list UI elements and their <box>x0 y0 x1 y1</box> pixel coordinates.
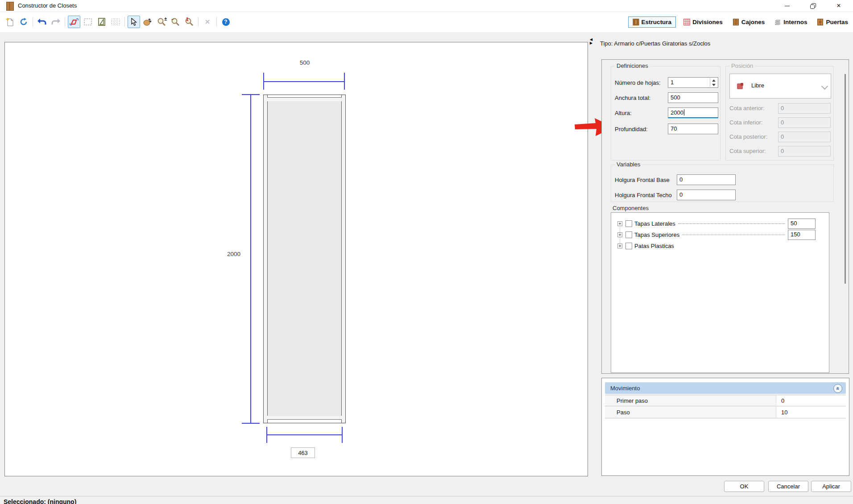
tab-puertas[interactable]: Puertas <box>815 17 850 28</box>
status-text: Seleccionado: (ninguno) <box>4 498 76 504</box>
holgura-base-value: 0 <box>679 176 683 183</box>
tab-divisiones[interactable]: Divisiones <box>681 17 725 28</box>
help-button[interactable]: ? <box>219 16 232 28</box>
shape-edit-tool-button[interactable] <box>68 16 80 28</box>
dimension-bottom-value: 463 <box>298 450 308 456</box>
apply-button[interactable]: Aplicar <box>811 481 851 492</box>
movimiento-title: Movimiento <box>610 385 640 392</box>
paso-label: Paso <box>617 409 630 416</box>
dimension-line-top <box>263 81 345 82</box>
expand-icon[interactable]: + <box>617 232 622 237</box>
dotted-leader <box>682 235 785 235</box>
cabinet-interior <box>268 101 341 416</box>
profundidad-label: Profundidad: <box>615 126 648 132</box>
zoom-dynamic-button[interactable]: ± <box>155 16 168 28</box>
cabinet-type-label: Tipo: Armario c/Puertas Giratorias s/Zoc… <box>600 40 710 47</box>
posicion-combo-value: Libre <box>751 82 764 89</box>
holgura-base-input[interactable]: 0 <box>677 174 736 185</box>
spinner-up-button[interactable] <box>710 78 717 83</box>
expand-icon[interactable]: + <box>617 221 622 226</box>
altura-label: Altura: <box>615 110 632 116</box>
title-bar: Constructor de Closets × <box>0 0 853 12</box>
tapas-laterales-input[interactable]: 50 <box>788 219 816 229</box>
dimension-bottom-input[interactable]: 463 <box>291 447 315 458</box>
tab-internos[interactable]: Internos <box>772 17 809 28</box>
zoom-actual-button[interactable]: 1 <box>183 16 195 28</box>
marquee-select-button[interactable] <box>82 16 94 28</box>
cabinet-drawing[interactable] <box>263 95 346 423</box>
door-tool-icon <box>98 18 105 26</box>
refresh-button[interactable] <box>17 16 30 28</box>
toolbar-separator <box>65 17 65 27</box>
undo-button[interactable] <box>36 16 48 28</box>
tapas-laterales-label: Tapas Laterales <box>634 220 675 227</box>
delete-button[interactable]: × <box>201 16 214 28</box>
redo-button[interactable] <box>50 16 62 28</box>
cota-superior-input: 0 <box>778 146 831 157</box>
dimension-top-label: 500 <box>289 59 320 66</box>
definiciones-group: Definiciones Número de hojas: 1 Anchura … <box>611 66 720 161</box>
patas-plasticas-checkbox[interactable] <box>625 243 632 249</box>
grid-tool-button[interactable] <box>109 16 122 28</box>
numero-hojas-spinner[interactable] <box>710 78 717 87</box>
cancel-button[interactable]: Cancelar <box>768 481 808 492</box>
door-tool-button[interactable] <box>95 16 108 28</box>
scrollbar-thumb[interactable] <box>845 74 846 284</box>
minimize-button[interactable] <box>777 0 797 12</box>
posicion-title: Posición <box>729 62 755 69</box>
holgura-techo-value: 0 <box>679 191 683 198</box>
cajones-icon <box>733 19 739 25</box>
movimiento-panel: Movimiento « Primer paso 0 Paso 10 <box>601 378 849 476</box>
anchura-input[interactable]: 500 <box>668 92 718 103</box>
tapas-superiores-input[interactable]: 150 <box>788 230 816 240</box>
numero-hojas-input[interactable]: 1 <box>668 77 718 88</box>
tab-estructura[interactable]: Estructura <box>628 17 676 28</box>
minimize-icon <box>785 6 790 6</box>
tapas-laterales-checkbox[interactable] <box>625 220 632 227</box>
help-icon: ? <box>222 18 230 26</box>
estructura-icon <box>633 19 639 25</box>
componentes-tree: + Tapas Laterales 50 + Tapas Superiores … <box>611 212 829 373</box>
cota-anterior-input: 0 <box>778 103 831 114</box>
profundidad-input[interactable]: 70 <box>668 124 718 134</box>
panel-splitter-toggle[interactable]: ◀ ▶ <box>589 38 593 45</box>
close-button[interactable]: × <box>828 0 849 12</box>
cota-inferior-label: Cota inferior: <box>729 119 762 126</box>
puertas-icon <box>817 19 824 25</box>
spinner-down-icon <box>712 84 716 86</box>
posicion-combobox[interactable]: Libre <box>729 74 831 99</box>
refresh-icon <box>19 17 28 26</box>
ok-button[interactable]: OK <box>724 481 764 492</box>
cota-superior-label: Cota superior: <box>729 148 766 154</box>
patas-plasticas-label: Patas Plasticas <box>634 243 674 249</box>
tab-cajones[interactable]: Cajones <box>730 17 767 28</box>
pan-hand-button[interactable] <box>141 16 154 28</box>
cota-posterior-value: 0 <box>781 133 784 140</box>
cota-inferior-input: 0 <box>778 117 831 128</box>
spinner-down-button[interactable] <box>710 83 717 87</box>
drawing-canvas[interactable]: 500 2000 463 <box>4 42 588 476</box>
internos-icon <box>774 19 781 25</box>
anchura-value: 500 <box>671 94 680 101</box>
tapas-superiores-checkbox[interactable] <box>625 231 632 238</box>
collapse-button[interactable]: « <box>833 384 842 393</box>
select-cursor-button[interactable] <box>128 16 140 28</box>
cota-anterior-value: 0 <box>781 105 784 112</box>
tree-row-tapas-laterales: + Tapas Laterales 50 <box>611 218 829 229</box>
zoom-minus-glyph: − <box>171 17 174 22</box>
movimiento-header[interactable]: Movimiento « <box>605 382 846 394</box>
altura-input[interactable]: 2000 <box>668 107 718 118</box>
new-document-button[interactable] <box>4 16 16 28</box>
zoom-out-button[interactable]: − <box>169 16 182 28</box>
cancel-button-label: Cancelar <box>777 483 800 490</box>
maximize-button[interactable] <box>803 0 823 12</box>
holgura-techo-input[interactable]: 0 <box>677 190 736 200</box>
splitter-right-icon: ▶ <box>590 41 592 45</box>
tab-label: Divisiones <box>692 19 723 25</box>
zoom-plusminus-glyph: ± <box>165 17 167 21</box>
expand-icon[interactable]: + <box>617 244 622 248</box>
tab-strip: Estructura Divisiones Cajones <box>628 16 850 28</box>
primer-paso-input[interactable]: 0 <box>776 395 846 406</box>
paso-input[interactable]: 10 <box>776 407 846 418</box>
cota-inferior-value: 0 <box>781 119 784 126</box>
